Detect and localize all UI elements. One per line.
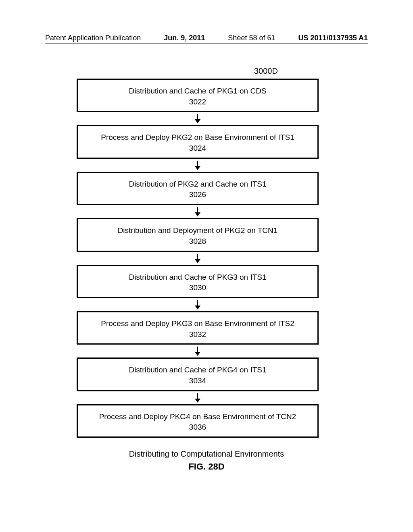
flow-step: Process and Deploy PKG3 on Base Environm… (77, 311, 319, 345)
figure-reference-number: 3000D (254, 66, 278, 76)
flow-arrow (77, 298, 319, 311)
flow-step: Distribution and Cache of PKG3 on ITS1 3… (77, 265, 319, 298)
publication-date: Jun. 9, 2011 (164, 34, 205, 42)
step-text: Process and Deploy PKG2 on Base Environm… (101, 133, 294, 141)
flow-arrow (77, 205, 319, 218)
flow-step: Process and Deploy PKG2 on Base Environm… (77, 125, 319, 158)
step-text: Distribution and Cache of PKG1 on CDS (129, 87, 266, 95)
flow-arrow (77, 159, 319, 172)
step-text: Distribution and Cache of PKG4 on ITS1 (129, 366, 266, 374)
step-ref: 3028 (82, 237, 313, 247)
flow-arrow (77, 345, 319, 357)
publication-type: Patent Application Publication (45, 34, 141, 42)
step-text: Distribution of PKG2 and Cache on ITS1 (129, 180, 266, 188)
step-ref: 3032 (82, 330, 313, 340)
step-ref: 3034 (82, 376, 313, 386)
figure-caption: Distributing to Computational Environmen… (0, 449, 413, 459)
figure-label: FIG. 28D (0, 461, 413, 472)
step-ref: 3026 (82, 190, 313, 200)
flow-arrow (77, 112, 319, 125)
step-ref: 3022 (82, 97, 313, 107)
step-ref: 3030 (82, 283, 313, 293)
step-text: Distribution and Cache of PKG3 on ITS1 (129, 273, 266, 281)
flow-step: Distribution and Cache of PKG4 on ITS1 3… (77, 357, 319, 391)
flow-step: Distribution and Deployment of PKG2 on T… (77, 218, 319, 251)
step-text: Process and Deploy PKG3 on Base Environm… (101, 319, 294, 328)
step-text: Process and Deploy PKG4 on Base Environm… (99, 412, 296, 421)
flow-arrow (77, 391, 319, 404)
header-divider (45, 44, 368, 44)
step-ref: 3036 (82, 422, 313, 432)
step-ref: 3024 (82, 143, 313, 154)
flowchart: Distribution and Cache of PKG1 on CDS 30… (77, 79, 319, 438)
flow-step: Distribution and Cache of PKG1 on CDS 30… (77, 79, 319, 112)
step-text: Distribution and Deployment of PKG2 on T… (118, 226, 278, 235)
flow-step: Process and Deploy PKG4 on Base Environm… (77, 404, 319, 438)
flow-step: Distribution of PKG2 and Cache on ITS1 3… (77, 172, 319, 205)
flow-arrow (77, 252, 319, 265)
publication-number: US 2011/0137935 A1 (298, 34, 368, 42)
sheet-number: Sheet 58 of 61 (228, 34, 275, 42)
page-header: Patent Application Publication Jun. 9, 2… (0, 34, 413, 42)
